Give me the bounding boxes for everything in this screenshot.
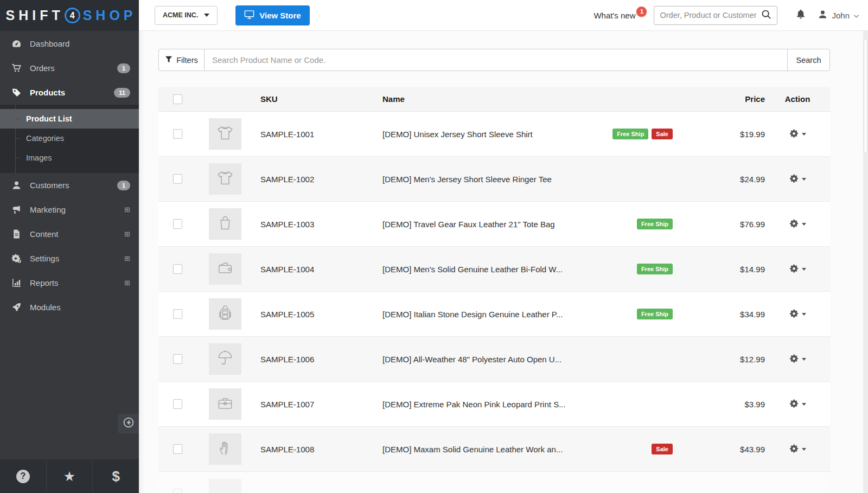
product-name[interactable]: [DEMO] All-Weather 48" Polyester Auto Op… xyxy=(382,355,561,364)
filter-bar: Filters Search xyxy=(158,49,830,71)
expand-plus-icon[interactable]: ⊞ xyxy=(124,230,130,238)
product-name[interactable]: [DEMO] Maxam Solid Genuine Leather Work … xyxy=(382,445,563,454)
row-checkbox[interactable] xyxy=(173,399,182,409)
product-thumbnail[interactable] xyxy=(209,433,241,465)
product-name[interactable]: [DEMO] Unisex Jersey Short Sleeve Shirt xyxy=(382,130,533,139)
row-action-gear-button[interactable] xyxy=(789,174,806,184)
main-area: ACME INC. View Store What's new 1 xyxy=(139,0,868,493)
table-row-partial xyxy=(158,472,830,493)
product-name[interactable]: [DEMO] Men's Solid Genuine Leather Bi-Fo… xyxy=(382,265,563,274)
sidebar-item-settings[interactable]: Settings⊞ xyxy=(0,246,139,271)
star-icon: ★ xyxy=(63,470,75,483)
product-thumbnail[interactable] xyxy=(209,298,241,330)
sidebar-item-dashboard[interactable]: Dashboard xyxy=(0,31,139,56)
product-thumbnail[interactable] xyxy=(209,208,241,240)
sidebar-submenu-products: Product ListCategoriesImages xyxy=(0,105,139,173)
shift4shop-logo[interactable]: SHIFT 4 SHOP xyxy=(0,0,139,31)
row-action-gear-button[interactable] xyxy=(789,264,806,274)
gear-icon xyxy=(789,354,799,364)
sidebar-item-marketing[interactable]: Marketing⊞ xyxy=(0,197,139,222)
document-icon xyxy=(11,229,22,240)
count-badge: 1 xyxy=(117,181,130,190)
sidebar-item-content[interactable]: Content⊞ xyxy=(0,222,139,246)
row-action-gear-button[interactable] xyxy=(789,354,806,364)
sidebar-item-modules[interactable]: Modules xyxy=(0,295,139,319)
row-action-gear-button[interactable] xyxy=(789,129,806,139)
product-table-header: SKU Name Price Action xyxy=(158,87,830,112)
search-icon[interactable] xyxy=(761,9,771,22)
product-thumbnail[interactable] xyxy=(209,253,241,285)
row-action-gear-button[interactable] xyxy=(789,444,806,454)
logo-4-circle-icon: 4 xyxy=(65,8,80,23)
sidebar-item-label: Orders xyxy=(30,63,117,73)
product-sku: SAMPLE-1003 xyxy=(260,220,314,229)
expand-plus-icon[interactable]: ⊞ xyxy=(124,254,130,262)
sidebar-footer-billing-button[interactable]: $ xyxy=(92,459,139,493)
collapse-arrow-icon xyxy=(123,417,135,431)
chevron-down-icon xyxy=(204,14,209,17)
product-thumbnail[interactable] xyxy=(209,343,241,375)
sidebar-footer-favorites-button[interactable]: ★ xyxy=(46,459,93,493)
sidebar-subitem-product-list[interactable]: Product List xyxy=(0,109,139,129)
sale-badge: Sale xyxy=(652,444,673,454)
sidebar-subitem-label: Product List xyxy=(26,114,72,123)
product-name[interactable]: [DEMO] Travel Gear Faux Leather 21" Tote… xyxy=(382,220,555,229)
row-action-gear-button[interactable] xyxy=(789,309,806,319)
badges: Free Ship xyxy=(591,264,673,274)
sidebar-footer-help-button[interactable]: ? xyxy=(0,459,46,493)
filters-button[interactable]: Filters xyxy=(158,49,205,71)
product-name[interactable]: [DEMO] Italian Stone Design Genuine Leat… xyxy=(382,310,563,319)
select-all-checkbox[interactable] xyxy=(173,94,182,104)
logo-text-shop: SHOP xyxy=(83,8,137,23)
product-sku: SAMPLE-1007 xyxy=(260,400,314,409)
sidebar-item-products[interactable]: Products11 xyxy=(0,80,139,105)
row-checkbox[interactable] xyxy=(173,309,182,319)
search-button[interactable]: Search xyxy=(788,49,830,71)
row-checkbox[interactable] xyxy=(173,174,182,184)
caret-down-icon xyxy=(802,133,806,136)
view-store-label: View Store xyxy=(259,11,301,20)
store-selector-dropdown[interactable]: ACME INC. xyxy=(155,6,218,25)
product-thumbnail[interactable] xyxy=(209,163,241,195)
free-ship-badge: Free Ship xyxy=(637,264,673,274)
caret-down-icon xyxy=(802,178,806,181)
row-checkbox[interactable] xyxy=(173,444,182,454)
sidebar-subitem-categories[interactable]: Categories xyxy=(0,129,139,148)
sidebar-item-orders[interactable]: Orders1 xyxy=(0,56,139,80)
scrollbar-thumb[interactable] xyxy=(864,39,867,153)
whats-new-link[interactable]: What's new 1 xyxy=(593,11,647,20)
view-store-button[interactable]: View Store xyxy=(235,5,309,25)
product-thumbnail[interactable] xyxy=(209,479,241,493)
product-name[interactable]: [DEMO] Men's Jersey Short Sleeve Ringer … xyxy=(382,175,552,184)
row-checkbox[interactable] xyxy=(173,354,182,364)
sidebar-item-label: Reports xyxy=(30,278,124,287)
product-search-input[interactable] xyxy=(205,49,788,71)
global-search-input[interactable] xyxy=(660,11,761,20)
dashboard-icon xyxy=(11,39,22,49)
expand-plus-icon[interactable]: ⊞ xyxy=(124,206,130,214)
row-action-gear-button[interactable] xyxy=(789,399,806,409)
user-menu[interactable]: John xyxy=(818,9,859,21)
tag-icon xyxy=(11,87,22,98)
sidebar-item-reports[interactable]: Reports⊞ xyxy=(0,271,139,295)
count-badge: 1 xyxy=(117,63,130,73)
row-checkbox[interactable] xyxy=(173,129,182,139)
product-name[interactable]: [DEMO] Extreme Pak Neon Pink Leopard Pri… xyxy=(382,400,566,409)
name-column-header: Name xyxy=(382,94,591,104)
row-action-gear-button[interactable] xyxy=(789,219,806,229)
user-icon xyxy=(818,9,828,21)
caret-down-icon xyxy=(802,223,806,226)
sidebar-collapse-button[interactable] xyxy=(118,414,139,433)
sidebar-subitem-images[interactable]: Images xyxy=(0,148,139,168)
row-checkbox[interactable] xyxy=(173,264,182,274)
wallet-icon xyxy=(215,258,235,280)
row-checkbox[interactable] xyxy=(173,219,182,229)
expand-plus-icon[interactable]: ⊞ xyxy=(124,279,130,287)
row-checkbox[interactable] xyxy=(173,489,182,493)
notifications-bell-button[interactable] xyxy=(795,9,806,22)
sidebar-footer: ?★$ xyxy=(0,459,139,493)
product-thumbnail[interactable] xyxy=(209,118,241,150)
product-thumbnail[interactable] xyxy=(209,388,241,420)
gloves-icon xyxy=(215,438,235,460)
sidebar-item-customers[interactable]: Customers1 xyxy=(0,173,139,197)
